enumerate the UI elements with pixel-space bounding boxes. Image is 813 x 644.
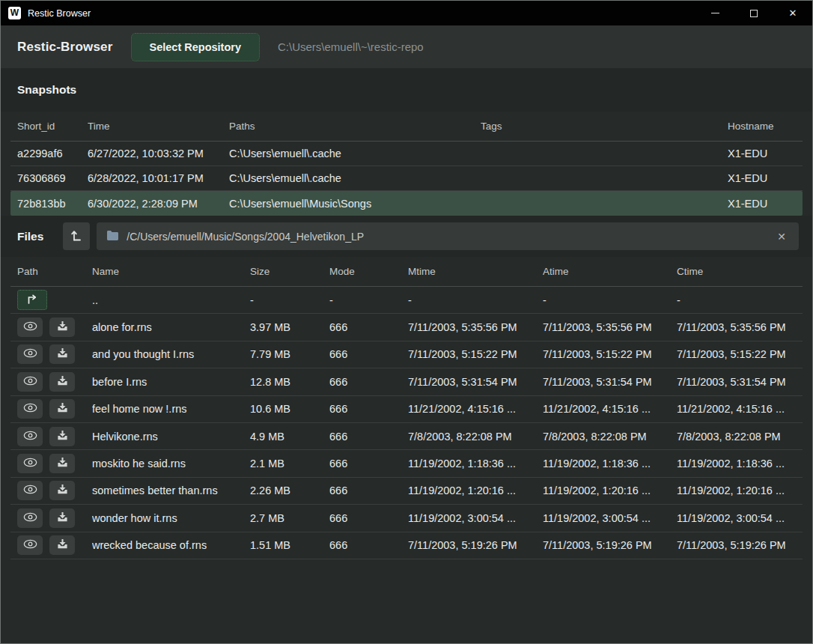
maximize-icon xyxy=(750,10,758,17)
file-name: moskito he said.rns xyxy=(92,458,250,470)
select-repository-button[interactable]: Select Repository xyxy=(131,33,261,61)
download-icon xyxy=(57,347,68,361)
file-name: and you thought I.rns xyxy=(92,348,250,360)
file-name: sometimes better than.rns xyxy=(92,484,250,496)
repository-path: C:\Users\emuell\~\restic-repo xyxy=(278,40,424,53)
preview-file-button[interactable] xyxy=(17,372,43,392)
snapshot-paths: C:\Users\emuell\.cache xyxy=(229,172,481,184)
snapshot-row[interactable]: a2299af6 6/27/2022, 10:03:32 PM C:\Users… xyxy=(10,142,803,166)
file-row[interactable]: wonder how it.rns 2.7 MB 666 11/19/2002,… xyxy=(10,505,803,532)
file-atime: 11/19/2002, 3:00:54 ... xyxy=(543,512,677,524)
snapshot-short-id: 72b813bb xyxy=(17,198,88,210)
snapshot-row[interactable]: 76306869 6/28/2022, 10:01:17 PM C:\Users… xyxy=(10,166,803,191)
file-row[interactable]: alone for.rns 3.97 MB 666 7/11/2003, 5:3… xyxy=(10,314,803,341)
file-row[interactable]: and you thought I.rns 7.79 MB 666 7/11/2… xyxy=(10,341,803,368)
open-parent-directory-button[interactable] xyxy=(17,290,47,310)
preview-file-button[interactable] xyxy=(17,344,43,364)
go-up-directory-button[interactable] xyxy=(63,222,90,250)
download-icon xyxy=(57,375,68,389)
col-atime: Atime xyxy=(543,266,677,277)
file-row[interactable]: feel home now !.rns 10.6 MB 666 11/21/20… xyxy=(10,396,803,423)
snapshot-row-selected[interactable]: 72b813bb 6/30/2022, 2:28:09 PM C:\Users\… xyxy=(10,191,803,216)
file-atime: - xyxy=(543,294,677,306)
preview-file-button[interactable] xyxy=(17,508,43,528)
file-name: wonder how it.rns xyxy=(92,512,250,524)
download-file-button[interactable] xyxy=(49,481,75,500)
col-size: Size xyxy=(250,266,329,277)
file-mode: 666 xyxy=(329,348,408,360)
download-icon xyxy=(57,457,68,470)
download-file-button[interactable] xyxy=(49,318,75,337)
file-row[interactable]: sometimes better than.rns 2.26 MB 666 11… xyxy=(10,478,803,505)
parent-directory-row[interactable]: .. - - - - - xyxy=(10,287,803,314)
file-ctime: 7/11/2003, 5:15:22 PM xyxy=(677,348,803,360)
download-file-button[interactable] xyxy=(49,427,75,446)
empty-area xyxy=(1,559,812,643)
download-icon xyxy=(57,538,68,552)
snapshots-table-header: Short_id Time Paths Tags Hostname xyxy=(10,112,803,142)
file-size: 1.51 MB xyxy=(250,539,329,551)
preview-file-button[interactable] xyxy=(17,454,43,473)
file-mtime: 7/11/2003, 5:15:22 PM xyxy=(408,348,543,360)
file-mtime: 11/19/2002, 1:20:16 ... xyxy=(408,484,543,496)
eye-icon xyxy=(23,321,37,333)
window-controls: ✕ xyxy=(695,1,812,25)
download-icon xyxy=(57,321,68,334)
download-icon xyxy=(57,402,68,416)
snapshot-hostname: X1-EDU xyxy=(728,172,803,184)
file-name: .. xyxy=(92,294,250,306)
file-row[interactable]: moskito he said.rns 2.1 MB 666 11/19/200… xyxy=(10,450,803,477)
files-table-header: Path Name Size Mode Mtime Atime Ctime xyxy=(10,257,803,287)
file-ctime: 7/11/2003, 5:35:56 PM xyxy=(677,321,803,333)
app-header: Restic-Browser Select Repository C:\User… xyxy=(1,25,812,68)
download-icon xyxy=(57,430,68,443)
file-ctime: 7/11/2003, 5:19:26 PM xyxy=(677,539,803,551)
close-button[interactable]: ✕ xyxy=(773,1,812,25)
preview-file-button[interactable] xyxy=(17,481,43,500)
download-file-button[interactable] xyxy=(49,535,75,555)
file-row[interactable]: Helvikone.rns 4.9 MB 666 7/8/2003, 8:22:… xyxy=(10,423,803,450)
file-atime: 11/21/2002, 4:15:16 ... xyxy=(543,403,677,415)
clear-path-button[interactable]: ✕ xyxy=(774,230,789,243)
preview-file-button[interactable] xyxy=(17,318,43,337)
file-mtime: 7/11/2003, 5:19:26 PM xyxy=(408,539,543,551)
col-short-id: Short_id xyxy=(17,121,88,132)
file-atime: 7/8/2003, 8:22:08 PM xyxy=(543,431,677,443)
preview-file-button[interactable] xyxy=(17,427,43,446)
snapshot-paths: C:\Users\emuell\Music\Songs xyxy=(229,198,481,210)
download-file-button[interactable] xyxy=(49,454,75,473)
file-mode: - xyxy=(329,294,408,306)
col-time: Time xyxy=(88,121,229,132)
file-size: 3.97 MB xyxy=(250,321,329,333)
file-atime: 7/11/2003, 5:31:54 PM xyxy=(543,376,677,388)
col-name: Name xyxy=(92,266,250,277)
file-size: 10.6 MB xyxy=(250,403,329,415)
close-icon: ✕ xyxy=(789,7,797,19)
file-row[interactable]: before I.rns 12.8 MB 666 7/11/2003, 5:31… xyxy=(10,368,803,395)
download-file-button[interactable] xyxy=(49,372,75,392)
col-mtime: Mtime xyxy=(408,266,543,277)
file-row[interactable]: wrecked because of.rns 1.51 MB 666 7/11/… xyxy=(10,532,803,559)
current-path-input[interactable]: /C/Users/emuell/Music/Songs/2004_Helveti… xyxy=(97,222,799,250)
files-toolbar: Files /C/Users/emuell/Music/Songs/2004_H… xyxy=(1,216,812,257)
col-path: Path xyxy=(17,266,92,277)
file-atime: 11/19/2002, 1:20:16 ... xyxy=(543,484,677,496)
preview-file-button[interactable] xyxy=(17,399,43,419)
file-atime: 7/11/2003, 5:35:56 PM xyxy=(543,321,677,333)
minimize-button[interactable] xyxy=(695,1,734,25)
file-size: 7.79 MB xyxy=(250,348,329,360)
maximize-button[interactable] xyxy=(734,1,773,25)
download-file-button[interactable] xyxy=(49,508,75,528)
col-tags: Tags xyxy=(481,121,728,132)
download-file-button[interactable] xyxy=(49,344,75,364)
app-window: W Restic Browser ✕ Restic-Browser Select… xyxy=(0,0,813,644)
snapshot-time: 6/30/2022, 2:28:09 PM xyxy=(88,198,229,210)
window-title: Restic Browser xyxy=(28,8,91,19)
eye-icon xyxy=(23,403,37,415)
file-mtime: 11/19/2002, 1:18:36 ... xyxy=(408,458,543,470)
download-file-button[interactable] xyxy=(49,399,75,419)
preview-file-button[interactable] xyxy=(17,535,43,555)
eye-icon xyxy=(23,512,37,524)
download-icon xyxy=(57,511,68,525)
file-size: - xyxy=(250,294,329,306)
